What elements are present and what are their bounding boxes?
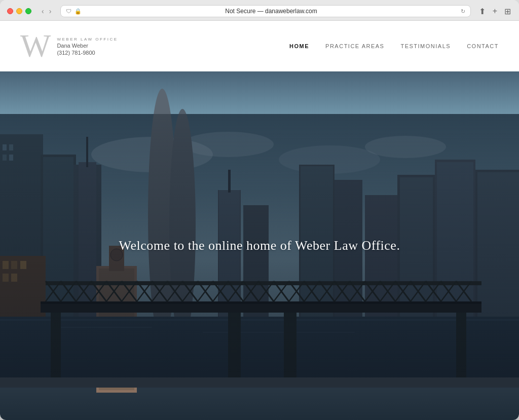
site-header: W WEBER LAW OFFICE Dana Weber (312) 781-… [0,21,519,71]
nav-buttons: ‹ › [40,7,53,16]
logo-text-block: WEBER LAW OFFICE Dana Weber (312) 781-98… [57,37,118,56]
minimize-button[interactable] [16,8,22,14]
share-button[interactable]: ⬆ [478,6,487,17]
forward-button[interactable]: › [47,7,54,16]
logo-letter: W [20,30,50,62]
hero-section: Welcome to the online home of Weber Law … [0,71,519,420]
nav-home[interactable]: HOME [289,41,309,51]
nav-practice-areas[interactable]: PRACTICE AREAS [325,41,384,51]
address-bar[interactable]: 🛡 🔒 Not Secure — danaweberlaw.com ↻ [60,5,470,17]
contact-name: Dana Weber [57,43,118,49]
browser-chrome: ‹ › 🛡 🔒 Not Secure — danaweberlaw.com ↻ … [0,0,519,21]
grid-button[interactable]: ⊞ [503,6,512,17]
maximize-button[interactable] [25,8,31,14]
site-nav: HOME PRACTICE AREAS TESTIMONIALS CONTACT [289,41,499,51]
traffic-lights [7,8,31,14]
logo-area: W WEBER LAW OFFICE Dana Weber (312) 781-… [20,30,118,62]
url-text: Not Secure — danaweberlaw.com [85,8,457,15]
firm-name: WEBER LAW OFFICE [57,37,118,42]
security-icon: 🛡 [66,8,71,14]
browser-window: ‹ › 🛡 🔒 Not Secure — danaweberlaw.com ↻ … [0,0,519,420]
hero-headline: Welcome to the online home of Weber Law … [119,237,400,255]
website-content: W WEBER LAW OFFICE Dana Weber (312) 781-… [0,21,519,420]
nav-testimonials[interactable]: TESTIMONIALS [400,41,451,51]
reload-icon[interactable]: ↻ [461,8,465,15]
hero-text-container: Welcome to the online home of Weber Law … [109,226,411,265]
titlebar: ‹ › 🛡 🔒 Not Secure — danaweberlaw.com ↻ … [0,0,519,20]
close-button[interactable] [7,8,13,14]
new-tab-button[interactable]: + [492,6,498,17]
back-button[interactable]: ‹ [40,7,46,16]
nav-contact[interactable]: CONTACT [467,41,499,51]
contact-phone: (312) 781-9800 [57,50,118,56]
lock-icon: 🔒 [75,8,82,15]
